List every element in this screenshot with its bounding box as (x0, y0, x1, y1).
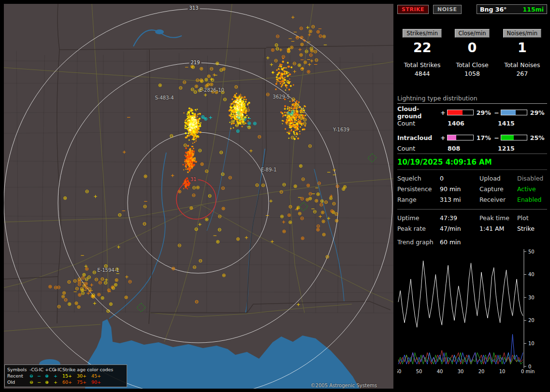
cloud-ground-label: Cloud-ground (397, 105, 440, 120)
cloud-ground-row: Cloud-ground + 29% − 29% (397, 108, 547, 117)
receiver-status-grid: Squelch 0 Upload Disabled Persistence 90… (397, 170, 547, 210)
noises-stat-column: Noises/min 1 Total Noises 267 (497, 29, 547, 77)
capture-value: Active (517, 185, 547, 193)
plus-polarity-sign: + (440, 134, 446, 141)
legend-col-header: -CG (29, 366, 37, 373)
legend-symbols-label: Symbols (7, 366, 29, 373)
app-window: 31321931S-483-4E-2826-103629-5Y-1639E-89… (0, 0, 550, 392)
trend-graph-header: Trend graph 60 min (397, 238, 547, 246)
map-graphics (4, 4, 393, 389)
close-per-min-button[interactable]: Close/min (455, 29, 490, 38)
persistence-value: 90 min (440, 185, 479, 193)
age-code: 45+ (91, 373, 111, 379)
ic-plus-count: 808 (448, 145, 498, 152)
intracloud-row: Intracloud + 17% − 25% (397, 133, 547, 142)
cg-plus-bar (447, 110, 474, 115)
cg-plus-count: 1406 (448, 120, 498, 127)
lightning-map[interactable]: 31321931S-483-4E-2826-103629-5Y-1639E-89… (4, 4, 393, 389)
svg-text:30: 30 (528, 295, 535, 300)
svg-text:50: 50 (416, 369, 422, 374)
upload-label: Upload (479, 175, 517, 182)
total-close-label: Total Close (456, 61, 488, 69)
ic-minus-count: 1215 (498, 145, 515, 152)
age-code: 75+ (77, 379, 91, 385)
close-stat-column: Close/min 0 Total Close 1058 (447, 29, 497, 77)
strike-symbol-icon: ⊖ (29, 373, 37, 379)
uptime-label: Uptime (397, 214, 440, 222)
total-strikes-label: Total Strikes (404, 61, 441, 69)
plot-label: Plot (517, 214, 547, 222)
sidebar: STRIKE NOISE Bng 36° 115mi Strikes/min 2… (397, 4, 547, 381)
svg-text:40: 40 (528, 272, 535, 277)
strike-symbol-icon: − (37, 373, 45, 379)
svg-text:0 min: 0 min (521, 369, 535, 374)
cg-minus-percent: 29% (529, 109, 547, 116)
strike-symbol-icon: + (54, 373, 62, 379)
bearing-value: Bng 36° (480, 6, 507, 13)
ic-plus-bar (447, 135, 474, 140)
strike-symbol-icon: ⊖ (29, 379, 37, 385)
distribution-section-title: Lightning type distribution (397, 95, 547, 104)
capture-label: Capture (479, 185, 517, 193)
legend-col-header: -IC (37, 366, 45, 373)
legend-grid: Symbols-CG-IC+CG+ICStrike age color code… (7, 366, 124, 385)
svg-text:50: 50 (528, 249, 535, 254)
session-grid: Uptime 47:39 Peak time Plot Peak rate 47… (397, 210, 547, 232)
plot-value: Strike (517, 225, 547, 232)
range-value: 313 mi (440, 196, 479, 203)
total-noises-value: 267 (516, 70, 528, 77)
intracloud-count-row: Count 808 1215 (397, 145, 547, 152)
svg-text:10: 10 (528, 341, 535, 346)
uptime-value: 47:39 (440, 214, 479, 222)
strikes-stat-column: Strikes/min 22 Total Strikes 4844 (397, 29, 447, 77)
ic-minus-percent: 25% (529, 134, 547, 141)
receiver-label: Receiver (479, 196, 517, 203)
legend-row-label: Old (7, 379, 29, 385)
count-label: Count (397, 120, 448, 127)
noises-per-min-button[interactable]: Noises/min (503, 29, 541, 38)
svg-text:40: 40 (437, 369, 443, 374)
strike-symbol-icon: − (37, 379, 45, 385)
total-noises-label: Total Noises (504, 61, 540, 69)
total-close-value: 1058 (464, 70, 480, 77)
ic-minus-bar (501, 135, 527, 140)
svg-text:10: 10 (499, 369, 506, 374)
receiver-value: Enabled (517, 196, 547, 203)
persistence-label: Persistence (397, 185, 440, 193)
peak-time-value: 1:41 AM (479, 225, 517, 232)
svg-text:60: 60 (397, 369, 401, 374)
trend-window-value: 60 min (440, 238, 461, 246)
strikes-per-min-button[interactable]: Strikes/min (403, 29, 442, 38)
legend-row-label: Recent (7, 373, 29, 379)
noise-mode-button[interactable]: NOISE (433, 5, 462, 14)
peak-rate-value: 47/min (440, 225, 479, 232)
copyright-text: ©2005 Astrogenic Systems (311, 383, 377, 388)
squelch-label: Squelch (397, 175, 440, 182)
svg-text:30: 30 (458, 369, 464, 374)
strike-symbol-icon: + (54, 379, 62, 385)
age-code: 15+ (62, 373, 77, 379)
rate-stats: Strikes/min 22 Total Strikes 4844 Close/… (397, 29, 547, 77)
close-per-min-value: 0 (468, 40, 477, 56)
trend-chart-svg: 504030201006050403020100 min (397, 249, 547, 380)
minus-polarity-sign: − (493, 134, 500, 141)
age-code: 30+ (77, 373, 91, 379)
cg-minus-bar (501, 110, 527, 115)
ic-plus-percent: 17% (476, 134, 493, 141)
svg-text:20: 20 (478, 369, 485, 374)
trend-graph-label: Trend graph (397, 238, 440, 246)
peak-rate-label: Peak rate (397, 225, 440, 232)
noises-per-min-value: 1 (518, 40, 527, 56)
intracloud-label: Intracloud (397, 134, 440, 141)
bearing-distance: 115mi (523, 6, 544, 13)
current-datetime: 10/19/2025 4:09:16 AM (397, 154, 547, 170)
count-label: Count (397, 145, 448, 152)
bearing-readout: Bng 36° 115mi (477, 4, 547, 14)
squelch-value: 0 (440, 175, 479, 182)
cg-minus-count: 1415 (498, 120, 515, 127)
age-code: 60+ (62, 379, 77, 385)
legend-col-header: +CG (45, 366, 54, 373)
plus-polarity-sign: + (440, 109, 446, 116)
strike-mode-button[interactable]: STRIKE (397, 5, 429, 14)
trend-chart: 504030201006050403020100 min (397, 249, 547, 381)
